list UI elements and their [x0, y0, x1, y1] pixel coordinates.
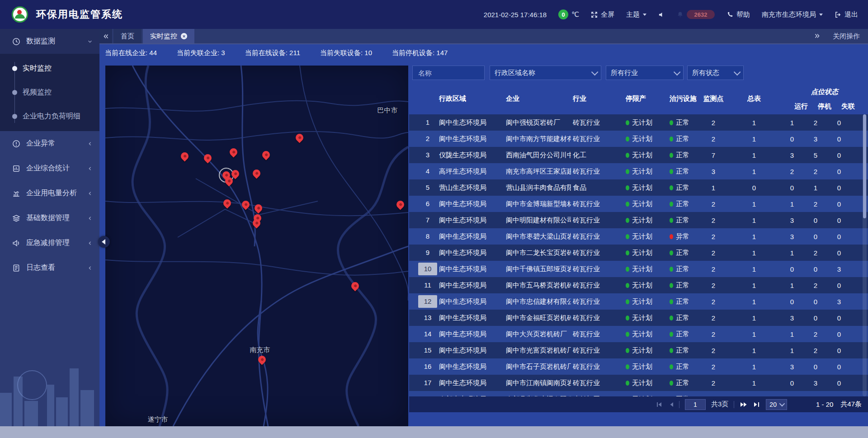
fullscreen-button[interactable]: 全屏 — [591, 10, 614, 19]
industry-filter-select[interactable]: 所有行业 — [606, 66, 684, 80]
cell-lost: 0 — [827, 200, 851, 208]
volume-icon — [658, 11, 665, 18]
status-dot-icon — [626, 299, 629, 304]
table-row[interactable]: 14阆中生态环境局阆中大兴页岩机砖厂砖瓦行业无计划正常21120 — [409, 326, 868, 342]
close-icon[interactable]: × — [181, 33, 187, 39]
table-row[interactable]: 3仪陇生态环境局西南油气田分公司川中化工无计划正常71350 — [409, 147, 868, 163]
next-page-button[interactable] — [740, 401, 748, 408]
table-row[interactable]: 7阆中生态环境局阆中明阳建材有限公司砖瓦行业无计划正常21300 — [409, 212, 868, 228]
cell-total: 1 — [728, 363, 780, 371]
page-size-select[interactable]: 20 — [766, 399, 787, 410]
table-row[interactable]: 6阆中生态环境局阆中市金博瑞新型墙材砖瓦行业无计划正常21120 — [409, 196, 868, 212]
table-row[interactable]: 4高坪生态环境局南充市高坪区王家店建砖瓦行业无计划正常31220 — [409, 163, 868, 179]
table-row[interactable]: 9阆中生态环境局阆中市二龙长宝页岩砖砖瓦行业无计划正常21120 — [409, 245, 868, 261]
map-panel[interactable]: 巴中市南充市遂宁市 — [105, 66, 408, 426]
tab-实时监控[interactable]: 实时监控× — [143, 29, 194, 43]
cell-facility: 正常 — [668, 216, 699, 225]
status-dot-icon — [626, 267, 629, 272]
prev-page-button[interactable] — [668, 401, 674, 408]
sidebar-subitem[interactable]: 实时监控 — [0, 57, 99, 80]
cell-company: 阆中市石子页岩机砖厂 — [504, 363, 571, 371]
table-row[interactable]: 1阆中生态环境局阆中强锐页岩砖厂砖瓦行业无计划正常21120 — [409, 114, 868, 131]
sidebar-item-2[interactable]: 企业综合统计 — [0, 156, 99, 181]
cell-index: 9 — [418, 246, 437, 259]
theme-menu[interactable]: 主题 — [626, 10, 646, 19]
cell-index: 15 — [418, 344, 437, 357]
cell-stop: 2 — [804, 282, 827, 289]
cell-stop: 0 — [804, 363, 827, 371]
sidebar-item-1[interactable]: 企业异常 — [0, 131, 99, 156]
sidebar-subitem[interactable]: 企业电力负荷明细 — [0, 104, 99, 128]
status-dot-icon — [670, 348, 673, 353]
table-row[interactable]: 10阆中生态环境局阆中千佛镇五郎垭页岩砖瓦行业无计划正常21003 — [409, 261, 868, 277]
status-filter-select[interactable]: 所有状态 — [687, 66, 744, 80]
close-operations-button[interactable]: 关闭操作 — [833, 32, 860, 41]
cell-index: 11 — [418, 279, 437, 292]
col-region: 行政区域 — [437, 94, 504, 103]
table-row[interactable]: 13阆中生态环境局阆中市金福旺页岩机砖砖瓦行业无计划正常21300 — [409, 310, 868, 326]
cell-run: 1 — [780, 330, 804, 338]
region-filter-select[interactable]: 行政区域名称 — [490, 66, 601, 80]
logout-button[interactable]: 退出 — [835, 10, 858, 19]
cell-region: 阆中生态环境局 — [437, 118, 504, 127]
volume-button[interactable] — [658, 11, 665, 18]
cell-run: 0 — [780, 184, 804, 192]
status-dot-icon — [626, 316, 629, 320]
sidebar-item-label: 日志查看 — [26, 263, 88, 273]
cell-industry: 砖瓦行业 — [571, 363, 624, 371]
tab-首页[interactable]: 首页 — [113, 29, 142, 43]
cell-region: 阆中生态环境局 — [437, 232, 504, 241]
organization-label: 南充市生态环境局 — [762, 10, 816, 19]
first-page-button[interactable] — [656, 401, 663, 408]
cell-facility: 正常 — [668, 265, 699, 273]
cell-total: 1 — [728, 168, 780, 175]
cell-industry: 食品 — [571, 184, 624, 192]
table-row[interactable]: 5营山生态环境局营山县润丰肉食品有限食品无计划正常10010 — [409, 179, 868, 196]
page-number-input[interactable]: 1 — [685, 399, 706, 410]
tabs-scroll-right-button[interactable] — [814, 33, 820, 40]
sidebar-item-0[interactable]: 数据监测 — [0, 29, 99, 54]
cell-stop: 0 — [804, 298, 827, 306]
cell-region: 阆中生态环境局 — [437, 216, 504, 225]
sidebar-item-3[interactable]: 企业用电量分析 — [0, 181, 99, 206]
cell-monitor: 3 — [699, 168, 728, 175]
name-filter-input[interactable] — [412, 66, 485, 80]
cell-region: 高坪生态环境局 — [437, 167, 504, 176]
cell-lost: 0 — [827, 184, 851, 192]
help-button[interactable]: 帮助 — [726, 10, 750, 19]
cell-industry: 砖瓦行业 — [571, 314, 624, 322]
table-row[interactable]: 18南部生态环境局南部县兴华水泥有限公建材加工无计划正常60060 — [409, 391, 868, 396]
cell-index: 4 — [418, 165, 437, 178]
sidebar-item-6[interactable]: 日志查看 — [0, 255, 99, 280]
cell-monitor: 2 — [699, 217, 728, 224]
sidebar-subitem[interactable]: 视频监控 — [0, 80, 99, 104]
scrollbar-thumb[interactable] — [863, 114, 866, 218]
col-industry: 行业 — [571, 94, 624, 103]
table-row[interactable]: 2阆中生态环境局阆中市南方节能建材有砖瓦行业无计划正常21030 — [409, 131, 868, 147]
table-row[interactable]: 17阆中生态环境局阆中市江南镇阆南页岩砖瓦行业无计划正常21030 — [409, 375, 868, 391]
status-dot-icon — [626, 250, 629, 255]
sidebar-item-5[interactable]: 应急减排管理 — [0, 231, 99, 255]
map-collapse-button[interactable] — [98, 236, 110, 248]
cell-run: 1 — [780, 200, 804, 208]
last-page-button[interactable] — [753, 401, 760, 408]
organization-menu[interactable]: 南充市生态环境局 — [762, 10, 823, 19]
table-row[interactable]: 11阆中生态环境局阆中市五马桥页岩机砖砖瓦行业无计划正常21120 — [409, 277, 868, 293]
table-row[interactable]: 12阆中生态环境局阆中市忠信建材有限公砖瓦行业无计划正常21003 — [409, 293, 868, 310]
cell-limit: 无计划 — [624, 151, 668, 160]
cell-monitor: 1 — [699, 184, 728, 192]
cell-monitor: 2 — [699, 282, 728, 289]
name-input[interactable] — [417, 69, 480, 77]
table-row[interactable]: 16阆中生态环境局阆中市石子页岩机砖厂砖瓦行业无计划正常21300 — [409, 358, 868, 375]
cell-stop: 5 — [804, 151, 827, 159]
table-row[interactable]: 15阆中生态环境局阆中市光富页岩机砖厂砖瓦行业无计划正常21120 — [409, 342, 868, 358]
tabs-scroll-left-button[interactable] — [99, 29, 112, 43]
cell-region: 阆中生态环境局 — [437, 346, 504, 355]
table-row[interactable]: 8阆中生态环境局阆中市枣碧大梁山页岩砖瓦行业无计划异常21300 — [409, 228, 868, 245]
sidebar-item-4[interactable]: 基础数据管理 — [0, 206, 99, 231]
notifications[interactable]: 2632 — [677, 10, 715, 19]
chevron-down-icon — [734, 68, 741, 75]
total-pages-label: 共3页 — [711, 400, 728, 409]
sidebar-item-label: 基础数据管理 — [26, 213, 88, 223]
tabs: 首页实时监控× — [112, 29, 194, 43]
